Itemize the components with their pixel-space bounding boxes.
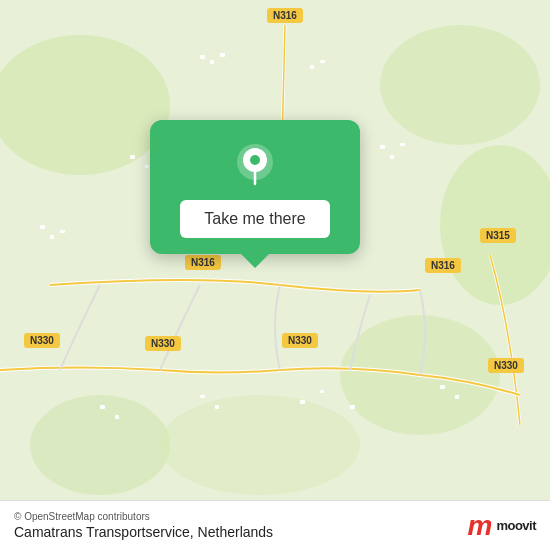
svg-rect-11 (320, 60, 325, 63)
location-pin-icon (231, 140, 279, 188)
svg-point-5 (30, 395, 170, 495)
road-badge-n330-right: N330 (488, 358, 524, 373)
svg-rect-7 (200, 55, 205, 59)
svg-rect-19 (390, 155, 394, 159)
road-badge-n330-mid2: N330 (282, 333, 318, 348)
svg-rect-9 (220, 53, 225, 57)
svg-rect-26 (320, 390, 324, 393)
svg-rect-22 (115, 415, 119, 419)
svg-point-6 (160, 395, 360, 495)
moovit-logo: m moovit (467, 512, 536, 540)
svg-rect-27 (350, 405, 355, 409)
map-container: N316 N316 N316 N315 N330 N330 N330 N330 … (0, 0, 550, 550)
svg-rect-8 (210, 60, 214, 64)
svg-point-2 (380, 25, 540, 145)
svg-rect-24 (215, 405, 219, 409)
svg-point-34 (250, 155, 260, 165)
take-me-there-button[interactable]: Take me there (180, 200, 329, 238)
svg-rect-23 (200, 395, 205, 398)
road-badge-n316-top: N316 (267, 8, 303, 23)
svg-rect-14 (60, 230, 65, 233)
copyright-text: © OpenStreetMap contributors (14, 511, 273, 522)
svg-rect-13 (50, 235, 54, 239)
svg-rect-20 (400, 143, 405, 146)
moovit-wordmark: moovit (496, 518, 536, 533)
road-badge-n330-mid1: N330 (145, 336, 181, 351)
svg-rect-15 (130, 155, 135, 159)
svg-rect-29 (455, 395, 459, 399)
location-name: Camatrans Transportservice, Netherlands (14, 524, 273, 540)
svg-rect-16 (145, 165, 149, 168)
svg-rect-12 (40, 225, 45, 229)
bottom-bar: © OpenStreetMap contributors Camatrans T… (0, 500, 550, 550)
svg-rect-21 (100, 405, 105, 409)
bottom-left-info: © OpenStreetMap contributors Camatrans T… (14, 511, 273, 540)
road-badge-n330-left: N330 (24, 333, 60, 348)
svg-rect-25 (300, 400, 305, 404)
road-badge-n316-right: N316 (425, 258, 461, 273)
road-badge-n316-mid: N316 (185, 255, 221, 270)
svg-rect-18 (380, 145, 385, 149)
popup-card: Take me there (150, 120, 360, 254)
svg-rect-10 (310, 65, 314, 69)
svg-rect-28 (440, 385, 445, 389)
road-badge-n315: N315 (480, 228, 516, 243)
moovit-letter: m (467, 512, 492, 540)
